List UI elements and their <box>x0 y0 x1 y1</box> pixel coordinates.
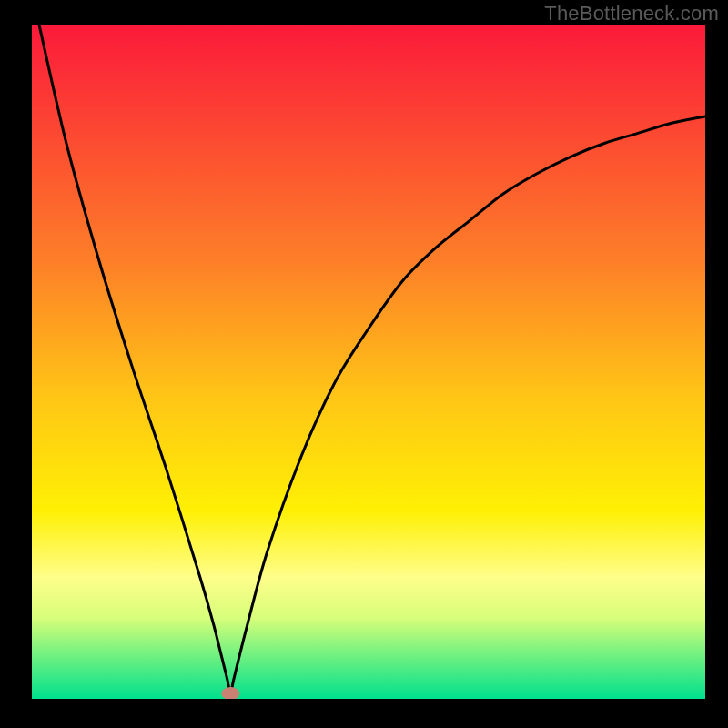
gradient-background <box>32 25 705 699</box>
watermark-text: TheBottleneck.com <box>544 2 719 25</box>
plot-svg <box>32 25 705 699</box>
chart-frame: TheBottleneck.com <box>0 0 728 728</box>
plot-area <box>32 25 705 699</box>
